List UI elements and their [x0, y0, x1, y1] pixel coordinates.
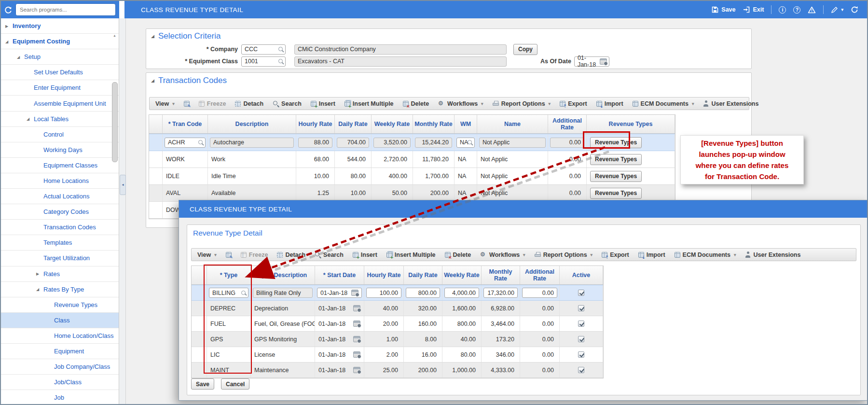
toolbar-user-extensions-button[interactable]: User Extensions: [703, 100, 758, 107]
revenue-type-row-billing[interactable]: BILLINGBilling Rate Only01-Jan-18100.008…: [192, 285, 603, 301]
revenue-types-button[interactable]: Revenue Types: [590, 154, 642, 165]
toolbar-workflows-button[interactable]: ⚙Workflows▾: [480, 251, 525, 258]
toolbar-delete-button[interactable]: ×Delete: [403, 100, 429, 107]
column-header-start-date[interactable]: * Start Date: [315, 266, 364, 284]
lov-search-icon[interactable]: [278, 59, 283, 63]
additional-rate-input[interactable]: 0.00: [522, 288, 557, 298]
row-select-cell[interactable]: [149, 151, 163, 168]
sidebar-item-revenue-types[interactable]: Revenue Types: [1, 297, 119, 313]
toolbar-search-button[interactable]: Search: [315, 251, 344, 258]
active-checkbox[interactable]: [578, 305, 584, 311]
lov-search-icon[interactable]: [198, 140, 203, 144]
sidebar-scrollbar-thumb[interactable]: [112, 82, 118, 162]
column-header-additional-rate[interactable]: Additional Rate: [548, 115, 587, 133]
calendar-icon[interactable]: [353, 305, 360, 311]
column-header-daily-rate[interactable]: Daily Rate: [335, 115, 372, 133]
active-checkbox[interactable]: [578, 321, 584, 327]
calendar-icon[interactable]: [353, 321, 360, 327]
toolbar-report-options-button[interactable]: Report Options▾: [493, 100, 551, 107]
column-header-hourly-rate[interactable]: Hourly Rate: [364, 266, 404, 284]
column-header-additional-rate[interactable]: Additional Rate: [520, 266, 560, 284]
popup-save-button[interactable]: Save: [191, 378, 214, 390]
column-header-weekly-rate[interactable]: Weekly Rate: [372, 115, 413, 133]
toolbar-import-button[interactable]: ⇣Import: [638, 251, 665, 258]
toolbar-report-options-button[interactable]: Report Options▾: [535, 251, 593, 258]
daily-rate-input[interactable]: 800.00: [406, 288, 440, 298]
toolbar-ecm-documents-button[interactable]: ECM Documents▾: [675, 251, 736, 258]
calendar-icon[interactable]: [351, 290, 358, 296]
edit-preferences-button[interactable]: ▾: [831, 6, 843, 14]
collapse-triangle-icon[interactable]: ◢: [27, 117, 29, 121]
toolbar-delete-button[interactable]: ×Delete: [445, 251, 471, 258]
calendar-icon[interactable]: [353, 367, 360, 373]
sidebar-collapse-handle[interactable]: ◂: [120, 175, 126, 195]
column-header-description[interactable]: Description: [208, 115, 296, 133]
row-select-cell[interactable]: [149, 185, 163, 201]
sidebar-item-local-tables[interactable]: ◢Local Tables: [1, 112, 119, 127]
revenue-type-row-lic[interactable]: LICLicense01-Jan-182.0016.0080.00346.000…: [192, 347, 603, 363]
exit-button[interactable]: Exit: [743, 6, 764, 13]
monthly-rate-input[interactable]: 17,320.00: [483, 288, 518, 298]
column-header-hourly-rate[interactable]: Hourly Rate: [296, 115, 335, 133]
sidebar-item-home-locations[interactable]: Home Locations: [1, 173, 119, 189]
sidebar-item-control[interactable]: Control: [1, 127, 119, 142]
toolbar-export-button[interactable]: ⇡Export: [602, 251, 629, 258]
sidebar-item-job[interactable]: Job: [1, 390, 119, 405]
column-header-type-description[interactable]: Type Description: [251, 266, 315, 284]
active-checkbox[interactable]: [578, 336, 584, 342]
active-checkbox[interactable]: [578, 367, 584, 373]
sync-icon[interactable]: [4, 5, 13, 14]
toolbar-workflows-button[interactable]: ⚙Workflows▾: [438, 100, 483, 107]
revenue-type-row-fuel[interactable]: FUELFuel, Oil, Grease (FOG01-Jan-1820.00…: [192, 316, 603, 332]
toolbar-insert-button[interactable]: +Insert: [311, 100, 335, 107]
toolbar-user-extensions-button[interactable]: User Extensions: [745, 251, 800, 258]
sidebar-item-class[interactable]: Class: [1, 313, 119, 328]
column-header-revenue-types[interactable]: Revenue Types: [587, 115, 675, 133]
sidebar-item-target-utilization[interactable]: Target Utilization: [1, 251, 119, 266]
column-header-name[interactable]: Name: [477, 115, 548, 133]
transaction-codes-header[interactable]: ◢ Transaction Codes: [151, 76, 227, 85]
search-programs-input[interactable]: [15, 3, 116, 16]
row-select-cell[interactable]: [149, 168, 163, 184]
toolbar-import-button[interactable]: ⇣Import: [596, 100, 623, 107]
help-icon[interactable]: ?: [793, 6, 800, 14]
warning-icon[interactable]: [808, 6, 816, 14]
transaction-code-row-idle[interactable]: IDLEIdle Time10.0080.00400.001,700.00NAN…: [149, 168, 675, 185]
sidebar-item-working-days[interactable]: Working Days: [1, 142, 119, 158]
sidebar-item-transaction-codes[interactable]: Transaction Codes: [1, 220, 119, 235]
sidebar-item-rates[interactable]: ▶Rates: [1, 266, 119, 282]
company-code-input[interactable]: CCC: [241, 44, 286, 55]
revenue-type-row-gps[interactable]: GPSGPS Monitoring01-Jan-181.008.0040.001…: [192, 332, 603, 347]
column-header-active[interactable]: Active: [560, 266, 603, 284]
column-header-wm[interactable]: WM: [455, 115, 477, 133]
lov-search-icon[interactable]: [468, 140, 472, 144]
sidebar-scroll-up-arrow[interactable]: ▲: [112, 33, 117, 39]
tran-code-input[interactable]: ACHR: [165, 138, 206, 148]
hourly-rate-input[interactable]: 100.00: [366, 288, 401, 298]
column-header-daily-rate[interactable]: Daily Rate: [404, 266, 442, 284]
sidebar-item-home-location-class[interactable]: Home Location/Class: [1, 328, 119, 344]
info-icon[interactable]: i: [779, 6, 786, 14]
calendar-icon[interactable]: [353, 336, 360, 342]
toolbar-insert-button[interactable]: +Insert: [353, 251, 377, 258]
sidebar-item-job-class[interactable]: Job/Class: [1, 375, 119, 390]
row-select-cell[interactable]: [149, 134, 163, 151]
revenue-types-button[interactable]: Revenue Types: [590, 171, 642, 182]
toolbar-view-button[interactable]: View▾: [155, 100, 175, 107]
column-header-weekly-rate[interactable]: Weekly Rate: [442, 266, 482, 284]
sidebar-item-assemble-equipment-unit[interactable]: Assemble Equipment Unit: [1, 96, 119, 111]
lov-search-icon[interactable]: [278, 47, 283, 51]
weekly-rate-input[interactable]: 4,000.00: [444, 288, 479, 298]
start-date-input[interactable]: 01-Jan-18: [317, 288, 362, 298]
collapse-triangle-icon[interactable]: ◢: [36, 287, 39, 292]
column-header-monthly-rate[interactable]: Monthly Rate: [413, 115, 455, 133]
sidebar-item-inventory[interactable]: ▶Inventory: [1, 18, 119, 34]
revenue-type-row-deprec[interactable]: DEPRECDepreciation01-Jan-1840.00320.001,…: [192, 301, 603, 316]
popup-cancel-button[interactable]: Cancel: [221, 378, 249, 390]
expand-triangle-icon[interactable]: ▶: [36, 272, 39, 276]
column-header-tran-code[interactable]: * Tran Code: [163, 115, 208, 133]
copy-button[interactable]: Copy: [513, 44, 537, 55]
sidebar-item-setup[interactable]: ◢Setup: [1, 49, 119, 65]
column-header-monthly-rate[interactable]: Monthly Rate: [482, 266, 520, 284]
calendar-icon[interactable]: [353, 351, 360, 358]
